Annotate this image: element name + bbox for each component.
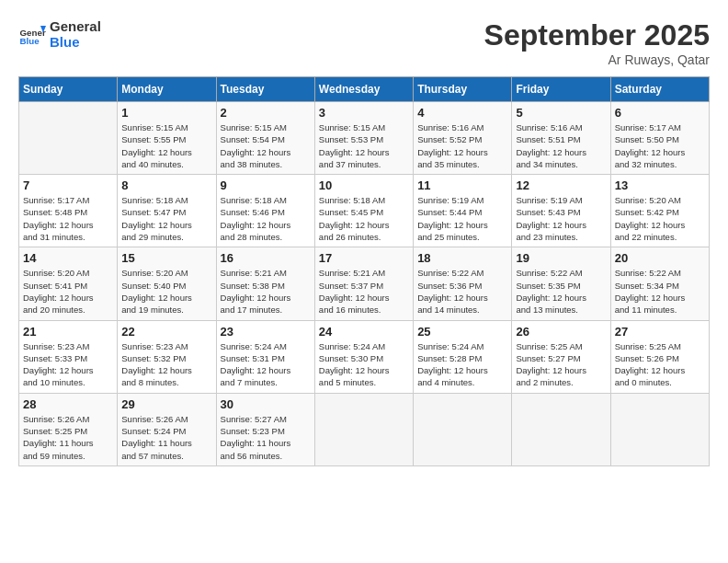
calendar-cell: 10Sunrise: 5:18 AM Sunset: 5:45 PM Dayli…	[314, 175, 413, 247]
day-number: 8	[121, 178, 211, 192]
day-info: Sunrise: 5:22 AM Sunset: 5:35 PM Dayligh…	[516, 267, 606, 316]
calendar-cell: 8Sunrise: 5:18 AM Sunset: 5:47 PM Daylig…	[118, 175, 216, 247]
day-info: Sunrise: 5:20 AM Sunset: 5:41 PM Dayligh…	[23, 267, 113, 316]
day-info: Sunrise: 5:15 AM Sunset: 5:53 PM Dayligh…	[319, 121, 409, 170]
calendar-cell: 9Sunrise: 5:18 AM Sunset: 5:46 PM Daylig…	[216, 175, 314, 247]
day-number: 7	[23, 178, 113, 192]
day-info: Sunrise: 5:23 AM Sunset: 5:33 PM Dayligh…	[23, 340, 113, 389]
day-number: 22	[121, 325, 211, 339]
logo-text-blue: Blue	[50, 34, 101, 50]
day-number: 9	[221, 178, 311, 192]
day-info: Sunrise: 5:25 AM Sunset: 5:27 PM Dayligh…	[516, 340, 606, 389]
day-info: Sunrise: 5:18 AM Sunset: 5:45 PM Dayligh…	[319, 194, 409, 243]
day-info: Sunrise: 5:25 AM Sunset: 5:26 PM Dayligh…	[615, 340, 705, 389]
day-header-friday: Friday	[512, 77, 610, 102]
day-info: Sunrise: 5:21 AM Sunset: 5:38 PM Dayligh…	[221, 267, 311, 316]
day-info: Sunrise: 5:18 AM Sunset: 5:47 PM Dayligh…	[121, 194, 211, 243]
day-number: 25	[417, 325, 507, 339]
day-number: 24	[319, 325, 409, 339]
day-number: 2	[221, 106, 311, 120]
logo-icon: General Blue	[18, 20, 46, 48]
day-number: 18	[417, 251, 507, 265]
day-number: 4	[417, 106, 507, 120]
calendar-cell: 3Sunrise: 5:15 AM Sunset: 5:53 PM Daylig…	[314, 102, 413, 175]
day-info: Sunrise: 5:17 AM Sunset: 5:50 PM Dayligh…	[615, 121, 705, 170]
calendar-header-row: SundayMondayTuesdayWednesdayThursdayFrid…	[19, 77, 710, 102]
day-header-sunday: Sunday	[19, 77, 118, 102]
calendar-week-1: 1Sunrise: 5:15 AM Sunset: 5:55 PM Daylig…	[19, 102, 710, 175]
calendar-cell: 16Sunrise: 5:21 AM Sunset: 5:38 PM Dayli…	[216, 247, 314, 320]
day-number: 16	[221, 251, 311, 265]
calendar-cell: 7Sunrise: 5:17 AM Sunset: 5:48 PM Daylig…	[19, 175, 118, 247]
calendar-week-4: 21Sunrise: 5:23 AM Sunset: 5:33 PM Dayli…	[19, 320, 710, 393]
calendar-cell: 13Sunrise: 5:20 AM Sunset: 5:42 PM Dayli…	[610, 175, 709, 247]
day-number: 28	[23, 397, 113, 411]
calendar-cell: 29Sunrise: 5:26 AM Sunset: 5:24 PM Dayli…	[118, 393, 216, 465]
calendar-cell: 27Sunrise: 5:25 AM Sunset: 5:26 PM Dayli…	[610, 320, 709, 393]
day-header-monday: Monday	[118, 77, 216, 102]
day-header-saturday: Saturday	[610, 77, 709, 102]
day-info: Sunrise: 5:20 AM Sunset: 5:40 PM Dayligh…	[121, 267, 211, 316]
calendar-cell: 21Sunrise: 5:23 AM Sunset: 5:33 PM Dayli…	[19, 320, 118, 393]
calendar-cell: 24Sunrise: 5:24 AM Sunset: 5:30 PM Dayli…	[314, 320, 413, 393]
day-number: 13	[615, 178, 705, 192]
page-header: General Blue General Blue September 2025…	[18, 18, 710, 67]
calendar-cell: 23Sunrise: 5:24 AM Sunset: 5:31 PM Dayli…	[216, 320, 314, 393]
calendar-cell: 5Sunrise: 5:16 AM Sunset: 5:51 PM Daylig…	[512, 102, 610, 175]
day-info: Sunrise: 5:26 AM Sunset: 5:24 PM Dayligh…	[121, 413, 211, 462]
day-header-tuesday: Tuesday	[216, 77, 314, 102]
day-info: Sunrise: 5:22 AM Sunset: 5:36 PM Dayligh…	[417, 267, 507, 316]
day-info: Sunrise: 5:18 AM Sunset: 5:46 PM Dayligh…	[221, 194, 311, 243]
calendar-week-5: 28Sunrise: 5:26 AM Sunset: 5:25 PM Dayli…	[19, 393, 710, 465]
day-number: 21	[23, 325, 113, 339]
calendar-cell	[610, 393, 709, 465]
day-info: Sunrise: 5:22 AM Sunset: 5:34 PM Dayligh…	[615, 267, 705, 316]
day-info: Sunrise: 5:16 AM Sunset: 5:52 PM Dayligh…	[417, 121, 507, 170]
day-info: Sunrise: 5:15 AM Sunset: 5:55 PM Dayligh…	[121, 121, 211, 170]
day-number: 23	[221, 325, 311, 339]
calendar-week-3: 14Sunrise: 5:20 AM Sunset: 5:41 PM Dayli…	[19, 247, 710, 320]
day-number: 30	[221, 397, 311, 411]
calendar-cell: 25Sunrise: 5:24 AM Sunset: 5:28 PM Dayli…	[414, 320, 512, 393]
day-info: Sunrise: 5:17 AM Sunset: 5:48 PM Dayligh…	[23, 194, 113, 243]
day-info: Sunrise: 5:21 AM Sunset: 5:37 PM Dayligh…	[319, 267, 409, 316]
day-number: 11	[417, 178, 507, 192]
day-number: 27	[615, 325, 705, 339]
day-number: 29	[121, 397, 211, 411]
day-info: Sunrise: 5:26 AM Sunset: 5:25 PM Dayligh…	[23, 413, 113, 462]
month-name: September 2025	[484, 18, 710, 52]
day-number: 26	[516, 325, 606, 339]
calendar-cell: 15Sunrise: 5:20 AM Sunset: 5:40 PM Dayli…	[118, 247, 216, 320]
svg-text:Blue: Blue	[20, 36, 40, 46]
day-number: 10	[319, 178, 409, 192]
day-header-thursday: Thursday	[414, 77, 512, 102]
day-number: 12	[516, 178, 606, 192]
day-info: Sunrise: 5:16 AM Sunset: 5:51 PM Dayligh…	[516, 121, 606, 170]
day-number: 6	[615, 106, 705, 120]
day-info: Sunrise: 5:24 AM Sunset: 5:30 PM Dayligh…	[319, 340, 409, 389]
calendar-cell: 14Sunrise: 5:20 AM Sunset: 5:41 PM Dayli…	[19, 247, 118, 320]
day-number: 14	[23, 251, 113, 265]
day-info: Sunrise: 5:27 AM Sunset: 5:23 PM Dayligh…	[221, 413, 311, 462]
day-number: 17	[319, 251, 409, 265]
calendar-cell: 17Sunrise: 5:21 AM Sunset: 5:37 PM Dayli…	[314, 247, 413, 320]
calendar-cell	[19, 102, 118, 175]
calendar-week-2: 7Sunrise: 5:17 AM Sunset: 5:48 PM Daylig…	[19, 175, 710, 247]
calendar-cell: 19Sunrise: 5:22 AM Sunset: 5:35 PM Dayli…	[512, 247, 610, 320]
calendar-cell: 28Sunrise: 5:26 AM Sunset: 5:25 PM Dayli…	[19, 393, 118, 465]
day-number: 1	[121, 106, 211, 120]
day-info: Sunrise: 5:19 AM Sunset: 5:44 PM Dayligh…	[417, 194, 507, 243]
calendar-cell: 12Sunrise: 5:19 AM Sunset: 5:43 PM Dayli…	[512, 175, 610, 247]
day-number: 20	[615, 251, 705, 265]
day-number: 15	[121, 251, 211, 265]
day-info: Sunrise: 5:20 AM Sunset: 5:42 PM Dayligh…	[615, 194, 705, 243]
calendar-cell: 26Sunrise: 5:25 AM Sunset: 5:27 PM Dayli…	[512, 320, 610, 393]
calendar-cell: 6Sunrise: 5:17 AM Sunset: 5:50 PM Daylig…	[610, 102, 709, 175]
day-info: Sunrise: 5:15 AM Sunset: 5:54 PM Dayligh…	[221, 121, 311, 170]
calendar-cell: 18Sunrise: 5:22 AM Sunset: 5:36 PM Dayli…	[414, 247, 512, 320]
day-info: Sunrise: 5:24 AM Sunset: 5:28 PM Dayligh…	[417, 340, 507, 389]
location: Ar Ruways, Qatar	[484, 52, 710, 67]
day-info: Sunrise: 5:23 AM Sunset: 5:32 PM Dayligh…	[121, 340, 211, 389]
month-title: September 2025 Ar Ruways, Qatar	[484, 18, 710, 67]
day-info: Sunrise: 5:19 AM Sunset: 5:43 PM Dayligh…	[516, 194, 606, 243]
